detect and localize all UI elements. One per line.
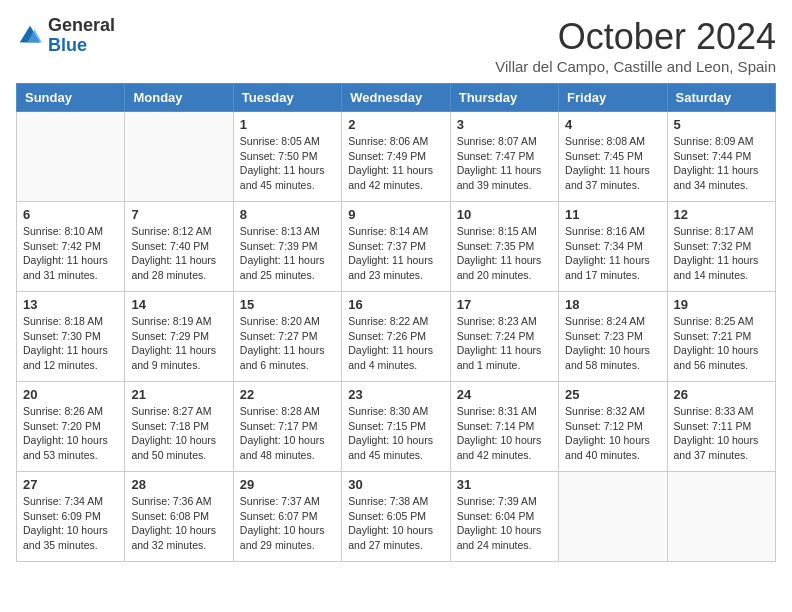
calendar-cell <box>667 472 775 562</box>
calendar-cell: 11Sunrise: 8:16 AM Sunset: 7:34 PM Dayli… <box>559 202 667 292</box>
day-number: 18 <box>565 297 660 312</box>
day-number: 27 <box>23 477 118 492</box>
day-info: Sunrise: 7:39 AM Sunset: 6:04 PM Dayligh… <box>457 494 552 553</box>
day-number: 25 <box>565 387 660 402</box>
day-info: Sunrise: 8:20 AM Sunset: 7:27 PM Dayligh… <box>240 314 335 373</box>
day-number: 23 <box>348 387 443 402</box>
day-info: Sunrise: 7:36 AM Sunset: 6:08 PM Dayligh… <box>131 494 226 553</box>
calendar-cell: 24Sunrise: 8:31 AM Sunset: 7:14 PM Dayli… <box>450 382 558 472</box>
calendar-cell: 16Sunrise: 8:22 AM Sunset: 7:26 PM Dayli… <box>342 292 450 382</box>
day-info: Sunrise: 8:15 AM Sunset: 7:35 PM Dayligh… <box>457 224 552 283</box>
calendar-cell: 5Sunrise: 8:09 AM Sunset: 7:44 PM Daylig… <box>667 112 775 202</box>
day-info: Sunrise: 8:23 AM Sunset: 7:24 PM Dayligh… <box>457 314 552 373</box>
day-info: Sunrise: 8:33 AM Sunset: 7:11 PM Dayligh… <box>674 404 769 463</box>
calendar-cell: 4Sunrise: 8:08 AM Sunset: 7:45 PM Daylig… <box>559 112 667 202</box>
day-number: 26 <box>674 387 769 402</box>
day-number: 10 <box>457 207 552 222</box>
calendar-cell: 22Sunrise: 8:28 AM Sunset: 7:17 PM Dayli… <box>233 382 341 472</box>
day-number: 11 <box>565 207 660 222</box>
logo-general-text: General <box>48 15 115 35</box>
day-number: 17 <box>457 297 552 312</box>
weekday-header: Wednesday <box>342 84 450 112</box>
day-number: 3 <box>457 117 552 132</box>
weekday-header: Tuesday <box>233 84 341 112</box>
calendar-cell: 30Sunrise: 7:38 AM Sunset: 6:05 PM Dayli… <box>342 472 450 562</box>
day-number: 19 <box>674 297 769 312</box>
weekday-header: Saturday <box>667 84 775 112</box>
day-number: 14 <box>131 297 226 312</box>
calendar-cell: 10Sunrise: 8:15 AM Sunset: 7:35 PM Dayli… <box>450 202 558 292</box>
weekday-header: Monday <box>125 84 233 112</box>
day-info: Sunrise: 8:05 AM Sunset: 7:50 PM Dayligh… <box>240 134 335 193</box>
calendar-cell: 13Sunrise: 8:18 AM Sunset: 7:30 PM Dayli… <box>17 292 125 382</box>
day-number: 6 <box>23 207 118 222</box>
day-number: 13 <box>23 297 118 312</box>
calendar-week-row: 13Sunrise: 8:18 AM Sunset: 7:30 PM Dayli… <box>17 292 776 382</box>
day-info: Sunrise: 8:10 AM Sunset: 7:42 PM Dayligh… <box>23 224 118 283</box>
day-info: Sunrise: 8:09 AM Sunset: 7:44 PM Dayligh… <box>674 134 769 193</box>
day-number: 12 <box>674 207 769 222</box>
calendar-cell: 1Sunrise: 8:05 AM Sunset: 7:50 PM Daylig… <box>233 112 341 202</box>
calendar-week-row: 1Sunrise: 8:05 AM Sunset: 7:50 PM Daylig… <box>17 112 776 202</box>
weekday-header: Sunday <box>17 84 125 112</box>
day-info: Sunrise: 8:17 AM Sunset: 7:32 PM Dayligh… <box>674 224 769 283</box>
calendar-cell: 8Sunrise: 8:13 AM Sunset: 7:39 PM Daylig… <box>233 202 341 292</box>
calendar-cell <box>125 112 233 202</box>
day-number: 15 <box>240 297 335 312</box>
day-number: 29 <box>240 477 335 492</box>
calendar-cell: 25Sunrise: 8:32 AM Sunset: 7:12 PM Dayli… <box>559 382 667 472</box>
calendar-cell: 7Sunrise: 8:12 AM Sunset: 7:40 PM Daylig… <box>125 202 233 292</box>
day-info: Sunrise: 8:26 AM Sunset: 7:20 PM Dayligh… <box>23 404 118 463</box>
calendar-cell: 23Sunrise: 8:30 AM Sunset: 7:15 PM Dayli… <box>342 382 450 472</box>
calendar-cell: 18Sunrise: 8:24 AM Sunset: 7:23 PM Dayli… <box>559 292 667 382</box>
day-info: Sunrise: 8:19 AM Sunset: 7:29 PM Dayligh… <box>131 314 226 373</box>
day-number: 1 <box>240 117 335 132</box>
calendar-cell: 27Sunrise: 7:34 AM Sunset: 6:09 PM Dayli… <box>17 472 125 562</box>
day-info: Sunrise: 7:38 AM Sunset: 6:05 PM Dayligh… <box>348 494 443 553</box>
calendar-cell: 28Sunrise: 7:36 AM Sunset: 6:08 PM Dayli… <box>125 472 233 562</box>
calendar-cell <box>17 112 125 202</box>
day-info: Sunrise: 7:34 AM Sunset: 6:09 PM Dayligh… <box>23 494 118 553</box>
day-info: Sunrise: 8:07 AM Sunset: 7:47 PM Dayligh… <box>457 134 552 193</box>
logo-icon <box>16 22 44 50</box>
day-info: Sunrise: 8:32 AM Sunset: 7:12 PM Dayligh… <box>565 404 660 463</box>
location-subtitle: Villar del Campo, Castille and Leon, Spa… <box>495 58 776 75</box>
weekday-header: Friday <box>559 84 667 112</box>
calendar-cell: 12Sunrise: 8:17 AM Sunset: 7:32 PM Dayli… <box>667 202 775 292</box>
day-number: 8 <box>240 207 335 222</box>
day-number: 9 <box>348 207 443 222</box>
day-number: 16 <box>348 297 443 312</box>
day-number: 20 <box>23 387 118 402</box>
calendar-cell <box>559 472 667 562</box>
day-info: Sunrise: 8:18 AM Sunset: 7:30 PM Dayligh… <box>23 314 118 373</box>
calendar-cell: 19Sunrise: 8:25 AM Sunset: 7:21 PM Dayli… <box>667 292 775 382</box>
calendar-week-row: 27Sunrise: 7:34 AM Sunset: 6:09 PM Dayli… <box>17 472 776 562</box>
day-number: 21 <box>131 387 226 402</box>
calendar-cell: 3Sunrise: 8:07 AM Sunset: 7:47 PM Daylig… <box>450 112 558 202</box>
calendar-week-row: 6Sunrise: 8:10 AM Sunset: 7:42 PM Daylig… <box>17 202 776 292</box>
day-number: 28 <box>131 477 226 492</box>
weekday-header: Thursday <box>450 84 558 112</box>
calendar-cell: 6Sunrise: 8:10 AM Sunset: 7:42 PM Daylig… <box>17 202 125 292</box>
calendar-week-row: 20Sunrise: 8:26 AM Sunset: 7:20 PM Dayli… <box>17 382 776 472</box>
day-number: 31 <box>457 477 552 492</box>
day-info: Sunrise: 8:08 AM Sunset: 7:45 PM Dayligh… <box>565 134 660 193</box>
logo: General Blue <box>16 16 115 56</box>
calendar-cell: 20Sunrise: 8:26 AM Sunset: 7:20 PM Dayli… <box>17 382 125 472</box>
calendar-cell: 21Sunrise: 8:27 AM Sunset: 7:18 PM Dayli… <box>125 382 233 472</box>
calendar-cell: 15Sunrise: 8:20 AM Sunset: 7:27 PM Dayli… <box>233 292 341 382</box>
day-info: Sunrise: 8:12 AM Sunset: 7:40 PM Dayligh… <box>131 224 226 283</box>
day-number: 24 <box>457 387 552 402</box>
day-info: Sunrise: 8:30 AM Sunset: 7:15 PM Dayligh… <box>348 404 443 463</box>
weekday-header-row: SundayMondayTuesdayWednesdayThursdayFrid… <box>17 84 776 112</box>
day-number: 5 <box>674 117 769 132</box>
header: General Blue October 2024 Villar del Cam… <box>16 16 776 75</box>
day-number: 22 <box>240 387 335 402</box>
day-info: Sunrise: 8:16 AM Sunset: 7:34 PM Dayligh… <box>565 224 660 283</box>
day-info: Sunrise: 8:28 AM Sunset: 7:17 PM Dayligh… <box>240 404 335 463</box>
day-info: Sunrise: 8:27 AM Sunset: 7:18 PM Dayligh… <box>131 404 226 463</box>
day-info: Sunrise: 8:06 AM Sunset: 7:49 PM Dayligh… <box>348 134 443 193</box>
month-title: October 2024 <box>495 16 776 58</box>
day-info: Sunrise: 8:31 AM Sunset: 7:14 PM Dayligh… <box>457 404 552 463</box>
day-number: 4 <box>565 117 660 132</box>
